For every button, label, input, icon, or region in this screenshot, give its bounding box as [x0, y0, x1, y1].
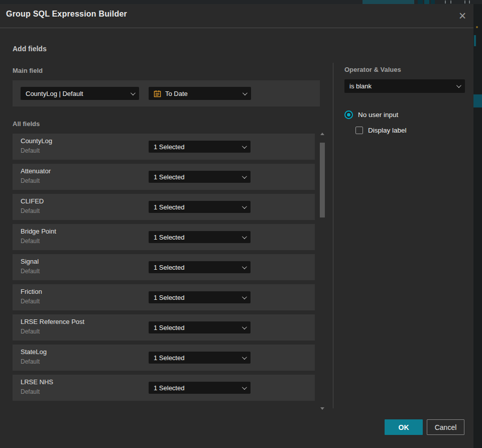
operator-select[interactable]: is blank: [344, 79, 465, 93]
background-fragment: [418, 0, 423, 4]
live-view-label: Live view: [375, 0, 400, 1]
group-sql-expression-builder-dialog: Group SQL Expression Builder × Add field…: [0, 4, 473, 448]
chevron-down-icon: [242, 174, 247, 179]
field-selected-value: 1 Selected: [154, 324, 242, 331]
add-fields-heading: Add fields: [13, 45, 47, 53]
field-selected-dropdown[interactable]: 1 Selected: [149, 382, 251, 394]
field-subtype: Default: [21, 298, 40, 305]
chevron-down-icon: [131, 90, 136, 95]
field-row: Friction Default 1 Selected: [13, 284, 315, 310]
field-row: LRSE NHS Default 1 Selected: [13, 375, 315, 401]
field-row: Signal Default 1 Selected: [13, 254, 315, 280]
chevron-down-icon: [242, 144, 247, 149]
list-scrollbar[interactable]: [319, 132, 325, 411]
chevron-down-icon: [243, 90, 248, 95]
field-row: LRSE Reference Post Default 1 Selected: [13, 314, 315, 341]
background-fragment: [473, 94, 482, 107]
field-name: Attenuator: [21, 167, 51, 175]
field-row: Bridge Point Default 1 Selected: [13, 224, 315, 250]
main-field-type-select[interactable]: To Date: [149, 87, 251, 100]
main-field-select[interactable]: CountyLog | Default: [21, 87, 139, 100]
background-toolbar: Live view: [0, 0, 482, 4]
operator-values-label: Operator & Values: [344, 66, 401, 73]
scrollbar-thumb[interactable]: [320, 143, 325, 217]
field-name: CLIFED: [21, 197, 44, 205]
title-divider: [0, 28, 473, 28]
background-right-strip: [473, 4, 482, 448]
field-selected-dropdown[interactable]: 1 Selected: [149, 171, 251, 183]
field-selected-dropdown[interactable]: 1 Selected: [149, 231, 251, 243]
field-name: StateLog: [21, 348, 47, 356]
field-name: Signal: [21, 258, 39, 265]
cancel-button[interactable]: Cancel: [427, 419, 464, 435]
field-selected-value: 1 Selected: [154, 354, 242, 362]
display-label-text: Display label: [368, 127, 407, 134]
field-subtype: Default: [21, 328, 40, 335]
chevron-down-icon: [242, 204, 247, 209]
display-label-checkbox[interactable]: Display label: [355, 127, 407, 134]
main-field-select-value: CountyLog | Default: [26, 90, 131, 97]
field-row: StateLog Default 1 Selected: [13, 345, 315, 371]
background-fragment: [431, 0, 435, 4]
field-subtype: Default: [21, 238, 40, 245]
field-row: CountyLog Default 1 Selected: [13, 134, 315, 160]
field-subtype: Default: [21, 388, 40, 395]
background-fragment: [450, 1, 451, 4]
field-name: LRSE Reference Post: [21, 318, 84, 325]
chevron-down-icon: [242, 324, 247, 329]
chevron-down-icon: [242, 385, 247, 390]
close-icon[interactable]: ×: [455, 8, 470, 23]
field-selected-dropdown[interactable]: 1 Selected: [149, 141, 251, 153]
chevron-down-icon: [242, 264, 247, 269]
panel-divider: [333, 63, 333, 408]
scroll-up-icon[interactable]: [320, 133, 324, 135]
field-selected-value: 1 Selected: [154, 264, 242, 271]
no-user-input-radio[interactable]: No user input: [344, 110, 398, 119]
main-field-panel: CountyLog | Default To Date: [13, 80, 320, 106]
ok-button[interactable]: OK: [385, 419, 423, 435]
field-name: Bridge Point: [21, 228, 56, 235]
main-field-type-value: To Date: [165, 90, 238, 97]
all-fields-label: All fields: [13, 120, 40, 128]
field-selected-dropdown[interactable]: 1 Selected: [149, 352, 251, 364]
field-subtype: Default: [21, 207, 40, 214]
background-fragment: [445, 1, 446, 4]
background-fragment: [469, 1, 470, 4]
checkbox-unchecked-icon: [355, 127, 363, 134]
field-selected-value: 1 Selected: [154, 294, 242, 301]
field-subtype: Default: [21, 268, 40, 275]
background-fragment: [474, 35, 476, 46]
chevron-down-icon: [242, 355, 247, 360]
field-row: CLIFED Default 1 Selected: [13, 194, 315, 220]
field-name: LRSE NHS: [21, 378, 53, 386]
all-fields-list: CountyLog Default 1 Selected Attenuator …: [13, 134, 315, 405]
background-fragment: [476, 26, 478, 28]
chevron-down-icon: [242, 294, 247, 299]
field-selected-value: 1 Selected: [154, 173, 242, 181]
field-row: Attenuator Default 1 Selected: [13, 164, 315, 190]
no-user-input-label: No user input: [358, 111, 398, 119]
field-subtype: Default: [21, 358, 40, 365]
field-selected-value: 1 Selected: [154, 203, 242, 211]
field-selected-dropdown[interactable]: 1 Selected: [149, 201, 251, 213]
main-field-label: Main field: [13, 67, 43, 74]
field-selected-dropdown[interactable]: 1 Selected: [149, 321, 251, 333]
field-name: CountyLog: [21, 137, 52, 145]
live-view-indicator: Live view: [363, 0, 414, 4]
field-selected-dropdown[interactable]: 1 Selected: [149, 261, 251, 273]
field-name: Friction: [21, 288, 42, 295]
field-selected-value: 1 Selected: [154, 384, 242, 392]
chevron-down-icon: [456, 83, 461, 88]
background-fragment: [424, 0, 429, 4]
calendar-icon: [154, 90, 161, 97]
field-subtype: Default: [21, 147, 40, 154]
field-selected-value: 1 Selected: [154, 143, 242, 151]
field-subtype: Default: [21, 177, 40, 184]
field-selected-value: 1 Selected: [154, 234, 242, 241]
dialog-title: Group SQL Expression Builder: [6, 10, 127, 19]
background-fragment: [464, 1, 465, 4]
scroll-down-icon[interactable]: [320, 407, 324, 410]
chevron-down-icon: [242, 234, 247, 239]
field-selected-dropdown[interactable]: 1 Selected: [149, 291, 251, 303]
operator-select-value: is blank: [349, 82, 456, 90]
